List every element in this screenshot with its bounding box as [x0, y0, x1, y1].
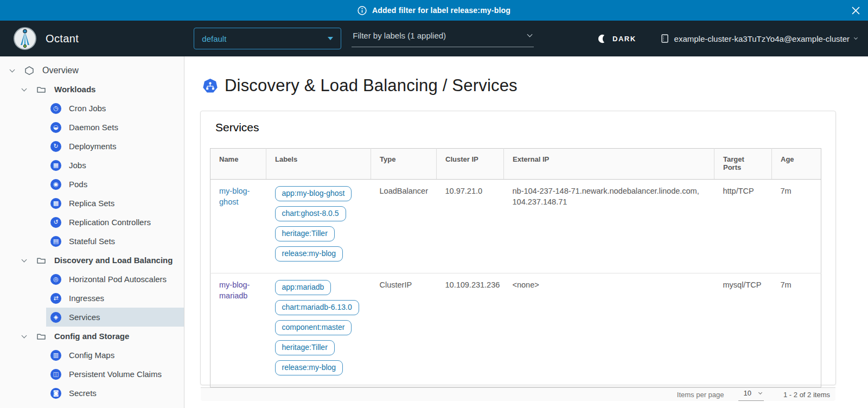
sidebar-section-workloads[interactable]: Workloads — [0, 80, 184, 99]
caret-down-icon[interactable] — [17, 88, 30, 91]
label-pill[interactable]: heritage:Tiller — [275, 226, 335, 241]
label-filter-text: Filter by labels (1 applied) — [353, 31, 446, 40]
sidebar-item-label: Replica Sets — [69, 199, 114, 208]
label-pill[interactable]: heritage:Tiller — [275, 340, 335, 355]
sidebar-item-ingresses[interactable]: ⇄ Ingresses — [46, 289, 184, 308]
services-card: Services Name Labels Type Cluster IP Ext… — [200, 111, 836, 385]
sidebar-item-replica-sets[interactable]: ▩ Replica Sets — [46, 194, 184, 213]
page-title-block: Discovery & Load Balancing / Services — [202, 76, 868, 95]
label-pill[interactable]: app:mariadb — [275, 280, 331, 295]
cluster-context-selector[interactable]: example-cluster-ka3TuTzYo4a@example-clus… — [660, 34, 857, 43]
moon-icon — [598, 34, 608, 43]
cluster-icon — [660, 34, 669, 43]
jobs-icon: ▦ — [50, 160, 61, 171]
folder-icon — [35, 256, 48, 265]
label-pill[interactable]: chart:mariadb-6.13.0 — [275, 300, 359, 315]
services-table: Name Labels Type Cluster IP External IP … — [210, 148, 821, 387]
sidebar-item-label: Horizontal Pod Autoscalers — [69, 275, 167, 284]
service-heptagon-icon — [202, 78, 218, 94]
namespace-value: default — [202, 34, 226, 43]
sidebar-item-label: Secrets — [69, 388, 97, 398]
sidebar-item-config-maps[interactable]: ▥ Config Maps — [46, 346, 184, 365]
pagination-footer: Items per page 10 1 - 2 of 2 items — [201, 387, 835, 401]
sidebar-item-label: Jobs — [69, 161, 86, 170]
sidebar-navigation: Overview Workloads ◷ Cron Jobs ◒ Daemon … — [0, 56, 184, 408]
sidebar-item-label: Pods — [69, 180, 87, 189]
chevron-down-icon — [854, 36, 858, 40]
cell-external-ip: <none> — [504, 273, 714, 387]
sidebar-item-secrets[interactable]: ◙ Secrets — [46, 384, 184, 403]
service-link[interactable]: my-blog-mariadb — [219, 280, 250, 300]
chevron-down-icon — [758, 391, 762, 394]
sidebar-item-daemon-sets[interactable]: ◒ Daemon Sets — [46, 118, 184, 137]
services-icon: ◈ — [50, 312, 61, 323]
table-row: my-blog-mariadb app:mariadb chart:mariad… — [210, 273, 821, 387]
header-actions: DARK example-cluster-ka3TuTzYo4a@example… — [598, 34, 857, 43]
sidebar-item-replication-controllers[interactable]: ↺ Replication Controllers — [46, 213, 184, 232]
cell-target-ports: http/TCP — [714, 180, 772, 273]
service-link[interactable]: my-blog-ghost — [219, 187, 250, 206]
sidebar-item-jobs[interactable]: ▦ Jobs — [46, 156, 184, 175]
sidebar-item-horizontal-pod-autoscalers[interactable]: ◎ Horizontal Pod Autoscalers — [46, 270, 184, 289]
folder-icon — [35, 85, 48, 94]
caret-down-icon[interactable] — [17, 259, 30, 262]
folder-icon — [35, 331, 48, 341]
label-pill[interactable]: app:my-blog-ghost — [275, 186, 352, 201]
ingresses-icon: ⇄ — [50, 293, 61, 304]
namespace-select[interactable]: default — [194, 28, 341, 49]
cell-cluster-ip: 10.109.231.236 — [437, 273, 504, 387]
replica-sets-icon: ▩ — [50, 198, 61, 209]
sidebar-item-stateful-sets[interactable]: ▤ Stateful Sets — [46, 232, 184, 251]
sidebar-item-cron-jobs[interactable]: ◷ Cron Jobs — [46, 99, 184, 118]
label-pill[interactable]: release:my-blog — [275, 246, 343, 262]
sidebar-section-label: Config and Storage — [54, 331, 129, 341]
cell-age: 7m — [772, 273, 821, 387]
close-icon[interactable] — [851, 5, 860, 15]
daemon-sets-icon: ◒ — [50, 122, 61, 133]
sidebar-section-discovery-load-balancing[interactable]: Discovery and Load Balancing — [0, 251, 184, 270]
label-pill[interactable]: chart:ghost-8.0.5 — [275, 206, 346, 221]
sidebar-section-config-and-storage[interactable]: Config and Storage — [0, 327, 184, 346]
caret-down-icon[interactable] — [5, 69, 18, 72]
sidebar-item-label: Overview — [42, 66, 79, 75]
cron-jobs-icon: ◷ — [50, 103, 61, 114]
config-maps-icon: ▥ — [50, 350, 61, 361]
column-header-type: Type — [371, 149, 437, 180]
label-pill[interactable]: release:my-blog — [275, 360, 343, 375]
app-header: Octant default Filter by labels (1 appli… — [0, 21, 868, 56]
secrets-icon: ◙ — [50, 388, 61, 399]
app-branding[interactable]: Octant — [13, 27, 79, 50]
table-header-row: Name Labels Type Cluster IP External IP … — [210, 149, 821, 180]
caret-down-icon[interactable] — [17, 335, 30, 337]
main-content: Discovery & Load Balancing / Services Se… — [184, 56, 868, 408]
label-pill[interactable]: component:master — [275, 320, 352, 335]
sidebar-item-label: Stateful Sets — [69, 237, 115, 246]
sidebar-item-label: Daemon Sets — [69, 123, 118, 132]
pods-icon: ◉ — [50, 179, 61, 190]
sidebar-item-persistent-volume-claims[interactable]: ◫ Persistent Volume Claims — [46, 365, 184, 384]
column-header-name: Name — [210, 149, 266, 180]
cell-age: 7m — [772, 180, 821, 273]
column-header-age: Age — [772, 149, 821, 180]
table-row: my-blog-ghost app:my-blog-ghost chart:gh… — [210, 180, 821, 273]
deployments-icon: ↻ — [50, 141, 61, 152]
page-title: Discovery & Load Balancing / Services — [225, 76, 518, 95]
theme-toggle-label: DARK — [612, 35, 636, 43]
info-icon — [358, 6, 367, 15]
sidebar-item-deployments[interactable]: ↻ Deployments — [46, 137, 184, 156]
label-filter-dropdown[interactable]: Filter by labels (1 applied) — [352, 30, 534, 47]
sidebar-item-label: Config Maps — [69, 350, 114, 360]
card-title: Services — [215, 121, 835, 134]
column-header-target-ports: Target Ports — [714, 149, 772, 180]
items-per-page-value: 10 — [744, 389, 751, 397]
pagination-range: 1 - 2 of 2 items — [783, 391, 830, 399]
sidebar-item-label: Services — [69, 313, 100, 322]
items-per-page-select[interactable]: 10 — [738, 388, 764, 401]
sidebar-item-services[interactable]: ◈ Services — [46, 308, 184, 327]
theme-toggle-button[interactable]: DARK — [598, 34, 636, 43]
notification-message: Added filter for label release:my-blog — [372, 6, 510, 15]
column-header-labels: Labels — [266, 149, 371, 180]
sidebar-item-label: Cron Jobs — [69, 104, 106, 113]
sidebar-item-pods[interactable]: ◉ Pods — [46, 175, 184, 194]
sidebar-item-overview[interactable]: Overview — [0, 61, 184, 80]
